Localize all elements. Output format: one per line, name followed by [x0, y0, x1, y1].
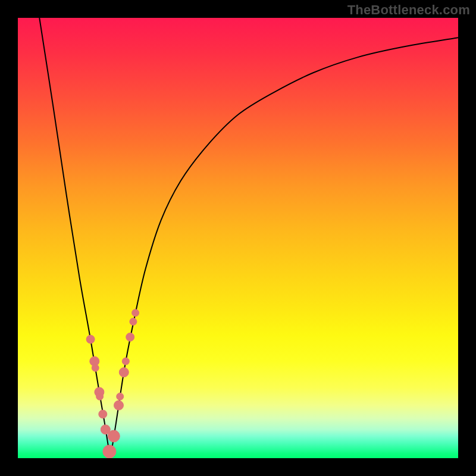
chart-svg	[18, 18, 458, 458]
watermark-text: TheBottleneck.com	[347, 2, 470, 18]
sample-point	[130, 318, 137, 325]
sample-point	[132, 309, 139, 317]
sample-point	[86, 335, 95, 343]
sample-point	[92, 364, 99, 371]
chart-frame: TheBottleneck.com	[0, 0, 476, 476]
sample-point	[122, 358, 129, 365]
sample-point	[103, 445, 116, 458]
sample-point	[96, 393, 104, 400]
plot-area	[18, 18, 458, 458]
sample-point	[99, 410, 107, 418]
sample-point	[117, 393, 124, 400]
sample-point	[119, 368, 129, 377]
sample-point	[108, 430, 120, 442]
sample-point	[114, 400, 124, 410]
sample-point	[126, 333, 134, 342]
